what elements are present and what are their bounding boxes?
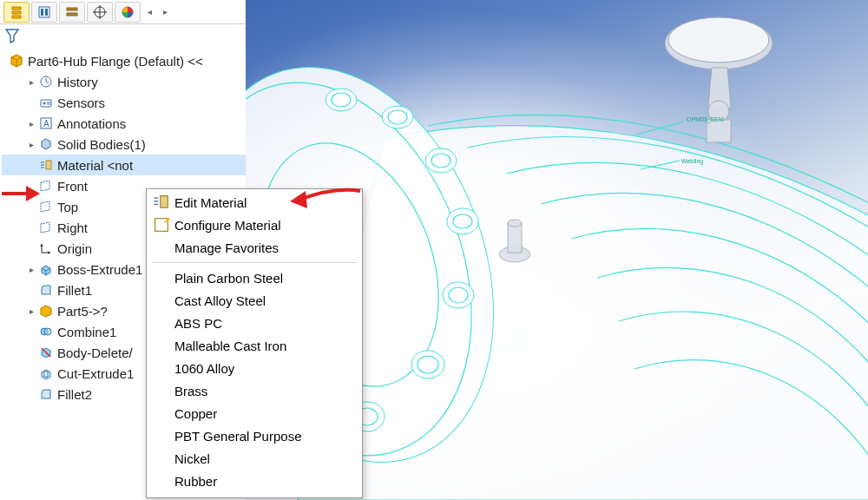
tab-next[interactable]: ▸ bbox=[158, 2, 172, 23]
tree-item-sensors[interactable]: ▸ Sensors bbox=[2, 92, 246, 113]
menu-material-option[interactable]: 1060 Alloy bbox=[147, 357, 362, 379]
menu-material-option[interactable]: Cast Alloy Steel bbox=[147, 289, 362, 312]
caret-none: ▸ bbox=[26, 98, 36, 108]
menu-material-option[interactable]: Rubber bbox=[147, 470, 362, 492]
tab-display-manager[interactable] bbox=[115, 2, 141, 23]
annotations-icon: A bbox=[38, 115, 54, 131]
menu-material-option[interactable]: Brass bbox=[147, 379, 362, 402]
tree-root-label: Part6-Hub Flange (Default) << bbox=[28, 54, 203, 69]
fillet-icon bbox=[38, 282, 54, 298]
edit-material-icon bbox=[152, 194, 171, 210]
material-context-menu: Edit Material Configure Material Manage … bbox=[146, 188, 363, 498]
caret-icon[interactable]: ▸ bbox=[26, 140, 36, 149]
menu-manage-favorites[interactable]: Manage Favorites bbox=[147, 236, 362, 259]
tab-dimxpert[interactable] bbox=[87, 2, 113, 23]
svg-point-15 bbox=[44, 328, 51, 335]
caret-icon[interactable]: ▸ bbox=[26, 119, 36, 128]
svg-rect-17 bbox=[44, 372, 48, 377]
tree-item-label: Fillet2 bbox=[57, 387, 92, 402]
menu-edit-material[interactable]: Edit Material bbox=[147, 191, 362, 214]
plane-icon bbox=[38, 178, 54, 194]
caret-icon[interactable]: ▸ bbox=[26, 77, 36, 87]
svg-point-29 bbox=[447, 208, 478, 234]
tree-item-label: Annotations bbox=[57, 116, 126, 131]
svg-point-23 bbox=[326, 89, 357, 111]
svg-rect-0 bbox=[39, 7, 49, 17]
menu-item-label: Nickel bbox=[171, 451, 210, 466]
caret-icon[interactable]: ▸ bbox=[26, 265, 36, 274]
config-icon bbox=[65, 5, 79, 19]
svg-point-33 bbox=[411, 351, 444, 378]
bodydel-icon bbox=[38, 345, 54, 360]
menu-configure-material[interactable]: Configure Material bbox=[147, 214, 362, 236]
menu-item-label: Rubber bbox=[171, 474, 217, 489]
svg-point-41 bbox=[508, 220, 522, 227]
svg-point-25 bbox=[382, 106, 413, 128]
history-icon bbox=[38, 74, 54, 89]
svg-rect-4 bbox=[67, 13, 77, 16]
svg-rect-40 bbox=[508, 223, 522, 253]
tree-item-label: Origin bbox=[57, 241, 92, 256]
tree-item-label: Front bbox=[57, 179, 88, 194]
menu-material-option[interactable]: Nickel bbox=[147, 447, 362, 470]
cut-icon bbox=[38, 365, 54, 381]
menu-separator bbox=[152, 262, 357, 263]
menu-material-option[interactable]: Malleable Cast Iron bbox=[147, 334, 362, 357]
plane-icon bbox=[38, 199, 54, 214]
appearance-icon bbox=[121, 5, 135, 19]
svg-point-31 bbox=[443, 282, 474, 308]
tree-item-label: Cut-Extrude1 bbox=[57, 366, 134, 381]
target-icon bbox=[93, 5, 107, 19]
svg-text:A: A bbox=[43, 119, 49, 128]
tree-item-label: Right bbox=[57, 220, 88, 235]
part-icon bbox=[38, 303, 54, 319]
plane-icon bbox=[38, 220, 54, 235]
tree-item-label: Solid Bodies(1) bbox=[57, 137, 146, 152]
menu-material-option[interactable]: Copper bbox=[147, 402, 362, 424]
menu-item-label: Cast Alloy Steel bbox=[171, 293, 266, 308]
svg-point-11 bbox=[43, 102, 46, 105]
tree-item-label: Sensors bbox=[57, 95, 105, 110]
tree-root[interactable]: Part6-Hub Flange (Default) << bbox=[2, 50, 246, 71]
svg-rect-1 bbox=[41, 9, 43, 16]
tree-item-label: Combine1 bbox=[57, 325, 116, 339]
tab-prev[interactable]: ◂ bbox=[142, 2, 156, 23]
menu-material-option[interactable]: Plain Carbon Steel bbox=[147, 266, 362, 289]
caret-icon[interactable]: ▸ bbox=[26, 306, 36, 316]
svg-rect-45 bbox=[707, 120, 731, 142]
feature-tree-icon bbox=[10, 5, 23, 19]
svg-point-27 bbox=[425, 148, 457, 173]
tree-item-material[interactable]: ▸ Material <not bbox=[2, 155, 246, 175]
tree-item-annotations[interactable]: ▸ A Annotations bbox=[2, 113, 246, 134]
material-icon bbox=[38, 157, 54, 173]
fillet-icon bbox=[38, 386, 54, 402]
viewport-annotation: OPM03_SEM bbox=[687, 116, 724, 123]
menu-item-label: PBT General Purpose bbox=[171, 429, 301, 444]
tree-item-label: Body-Delete/ bbox=[57, 345, 133, 360]
origin-icon bbox=[38, 240, 54, 256]
funnel-icon bbox=[5, 28, 19, 43]
menu-item-label: ABS PC bbox=[171, 316, 222, 331]
property-icon bbox=[37, 5, 51, 19]
tree-item-history[interactable]: ▸ History bbox=[2, 71, 246, 92]
svg-rect-18 bbox=[155, 219, 168, 232]
menu-material-option[interactable]: ABS PC bbox=[147, 312, 362, 334]
tree-item-label: History bbox=[57, 75, 98, 89]
menu-material-option[interactable]: PBT General Purpose bbox=[147, 424, 362, 447]
tab-feature-manager[interactable] bbox=[3, 2, 30, 23]
combine-icon bbox=[38, 324, 54, 339]
caret-none: ▸ bbox=[26, 161, 36, 170]
tree-item-label: Boss-Extrude1 bbox=[57, 262, 142, 277]
tab-property-manager[interactable] bbox=[31, 2, 57, 23]
viewport-annotation: Welding bbox=[681, 158, 703, 165]
tab-configuration-manager[interactable] bbox=[59, 2, 85, 23]
configure-icon bbox=[152, 217, 171, 233]
menu-item-label: Edit Material bbox=[171, 195, 247, 210]
part-icon bbox=[9, 53, 24, 69]
svg-rect-3 bbox=[67, 8, 77, 10]
panel-tab-bar: ◂ ▸ bbox=[0, 0, 246, 24]
menu-item-label: Malleable Cast Iron bbox=[171, 339, 286, 353]
tree-filter[interactable] bbox=[0, 24, 246, 47]
tree-item-solid-bodies[interactable]: ▸ Solid Bodies(1) bbox=[2, 134, 246, 155]
sensors-icon bbox=[38, 95, 54, 110]
